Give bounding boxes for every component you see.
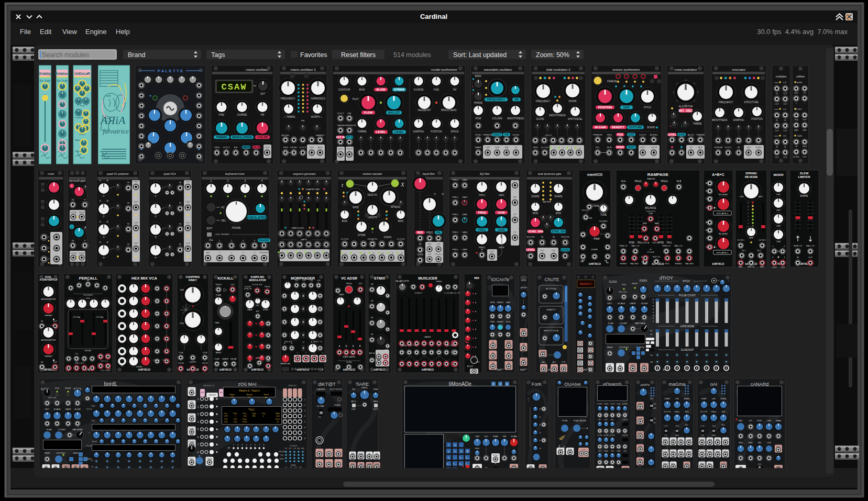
svg-text:POSITION: POSITION (431, 130, 442, 133)
svg-text:IN: IN (127, 243, 129, 246)
svg-text:IN: IN (41, 361, 43, 363)
svg-text:B 2: B 2 (706, 229, 708, 231)
svg-text:⊕: ⊕ (442, 192, 444, 195)
svg-text:DI: DI (515, 146, 517, 149)
svg-text:Sort: Last updated: Sort: Last updated (453, 51, 507, 59)
svg-text:IN: IN (72, 198, 74, 201)
svg-text:CV1: CV1 (295, 280, 299, 282)
svg-text:OUT: OUT (185, 201, 190, 203)
svg-text:PLAY: PLAY (47, 428, 52, 431)
svg-text:IN: IN (249, 360, 251, 362)
svg-text:OUT R: OUT R (346, 148, 353, 150)
svg-text:GAIN: GAIN (462, 196, 467, 198)
svg-text:BIAS: BIAS (342, 220, 347, 222)
svg-text:OUT: OUT (358, 283, 362, 285)
svg-text:VC ADSR: VC ADSR (341, 276, 357, 280)
svg-text:BANK: BANK (475, 75, 481, 77)
svg-text:SLOPE: SLOPE (597, 435, 602, 437)
svg-text:OUT: OUT (783, 103, 788, 105)
svg-text:ATENUVERTER: ATENUVERTER (41, 298, 56, 300)
svg-text:IN 1: IN 1 (742, 249, 746, 252)
svg-text:KILL: KILL (722, 424, 726, 426)
svg-text:MAX: MAX (794, 129, 799, 131)
svg-text:PWM: PWM (594, 238, 600, 240)
svg-text:TRIGG: TRIGG (215, 284, 222, 286)
svg-text:POS: POS (618, 133, 623, 136)
svg-text:segment generator: segment generator (293, 172, 316, 175)
svg-text:STRUM: STRUM (714, 146, 722, 149)
svg-text:Ξ: Ξ (372, 231, 373, 233)
svg-text:DEJA VU: DEJA VU (368, 238, 377, 240)
svg-text:EDIT: EDIT (207, 227, 213, 230)
svg-text:X↓: X↓ (382, 252, 384, 254)
svg-text:OUT: OUT (230, 284, 235, 286)
svg-text:SHAPE/TIME: SHAPE/TIME (306, 188, 320, 191)
svg-text:TRIG: TRIG (652, 403, 656, 405)
svg-text:LEVEL: LEVEL (677, 133, 687, 136)
svg-text:OUT: OUT (783, 156, 788, 159)
svg-text:SPEED: SPEED (684, 398, 690, 400)
svg-text:3:1: 3:1 (783, 135, 787, 137)
svg-text:⊕: ⊕ (106, 220, 108, 223)
svg-text:UNI: UNI (505, 146, 509, 149)
svg-text:EOC: EOC (665, 263, 669, 265)
svg-text:IN: IN (41, 320, 43, 322)
svg-text:RATE: RATE (353, 206, 359, 209)
svg-text:4: 4 (304, 415, 305, 417)
svg-text:zOù MAï: zOù MAï (238, 382, 257, 387)
svg-text:KICKALL: KICKALL (217, 276, 234, 280)
svg-text:GAIN: GAIN (498, 228, 505, 231)
svg-text:FALLING: FALLING (630, 263, 639, 265)
svg-text:IN: IN (776, 146, 778, 148)
svg-text:SHAPE: SHAPE (568, 100, 576, 103)
svg-text:INT. OSC: INT. OSC (679, 109, 693, 113)
svg-text:FINE: FINE (490, 321, 495, 323)
svg-text:TEXT: TEXT (628, 146, 635, 149)
svg-text:SCALE: SCALE (53, 408, 61, 410)
svg-text:GATE: GATE (630, 302, 636, 305)
svg-text:ENV: ENV (749, 442, 753, 444)
svg-text:Brand: Brand (128, 51, 145, 59)
svg-text:FM: FM (348, 112, 351, 115)
svg-text:MUX IN: MUX IN (467, 365, 473, 368)
svg-text:MALLET: MALLET (388, 111, 400, 114)
svg-text:mixer: mixer (48, 172, 54, 175)
svg-text:LIMITER: LIMITER (798, 175, 810, 179)
svg-text:MIN: MIN (643, 222, 646, 225)
svg-text:GATE: GATE (301, 238, 307, 241)
svg-text:CV A: CV A (179, 352, 183, 354)
svg-text:BRIGHTNESS: BRIGHTNESS (441, 109, 456, 112)
svg-text:EXT: EXT (256, 310, 260, 313)
svg-text:FREQ: FREQ (452, 248, 458, 251)
svg-text:LOOP: LOOP (700, 425, 705, 427)
svg-text:GAIN: GAIN (498, 211, 505, 214)
svg-text:EXP CV: EXP CV (653, 256, 660, 258)
svg-text:Zoom: 50%: Zoom: 50% (536, 51, 569, 59)
svg-text:WET: WET (759, 195, 763, 198)
svg-text:bЯFЯCO: bЯFЯCO (138, 368, 151, 371)
svg-text:Tags: Tags (211, 51, 225, 59)
svg-text:POSITION: POSITION (751, 118, 763, 120)
svg-text:JITTER: JITTER (357, 234, 366, 237)
svg-text:START: START (701, 398, 707, 400)
svg-text:IN: IN (795, 146, 797, 148)
svg-text:INT.: INT. (252, 415, 256, 417)
svg-text:OUT: OUT (783, 129, 788, 132)
svg-text:OUT 1: OUT 1 (706, 207, 711, 209)
svg-text:TRSP: TRSP (607, 346, 613, 349)
svg-text:C 2: C 2 (706, 237, 709, 239)
svg-text:REC: REC (739, 420, 743, 422)
svg-text:⊕: ⊕ (106, 199, 108, 202)
svg-text:KILL: KILL (685, 424, 689, 426)
svg-text:Pulk.: Pulk. (233, 413, 237, 415)
svg-text:LEN: LEN (675, 398, 679, 400)
svg-text:SIZE: SIZE (623, 106, 630, 109)
svg-text:30.0 fps 4.4% avg 7.0% max: 30.0 fps 4.4% avg 7.0% max (757, 28, 848, 36)
svg-text:REVERB: REVERB (745, 175, 757, 179)
svg-text:A: A (338, 345, 340, 348)
svg-text:RND: RND (92, 405, 96, 407)
svg-text:GAIN: GAIN (462, 213, 467, 216)
svg-text:LM: LM (371, 300, 373, 302)
svg-text:RND: RND (92, 420, 96, 422)
svg-text:texture synthesizer: texture synthesizer (613, 68, 640, 71)
